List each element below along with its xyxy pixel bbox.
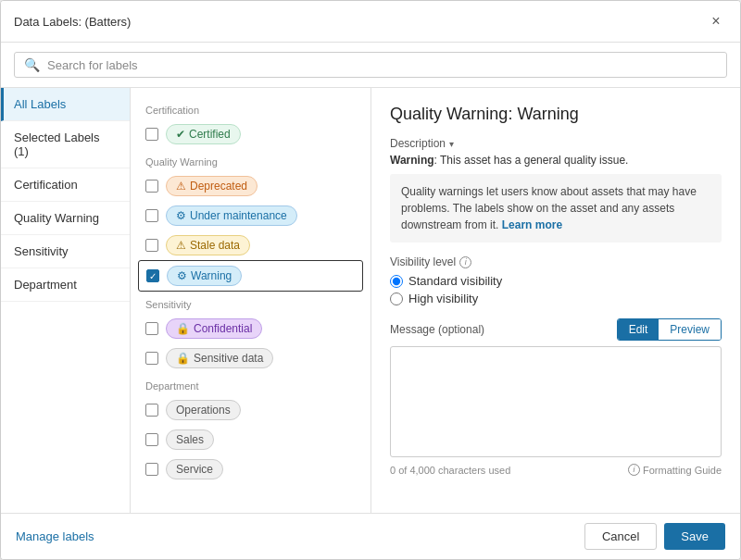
checkbox-stale-data[interactable] (145, 239, 158, 252)
checkbox-certified[interactable] (145, 128, 158, 141)
body: All Labels Selected Labels (1) Certifica… (1, 88, 740, 513)
formatting-guide-link[interactable]: i Formatting Guide (628, 464, 722, 476)
message-section: Message (optional) Edit Preview 0 of 4,0… (390, 318, 722, 476)
label-list: Certification ✔ Certified Quality Warnin… (131, 88, 371, 513)
sidebar-item-department[interactable]: Department (1, 268, 130, 302)
badge-warning: ⚙ Warning (167, 266, 242, 286)
certified-icon: ✔ (176, 128, 185, 141)
visibility-label-text: Visibility level (390, 255, 456, 268)
badge-operations: Operations (166, 400, 241, 420)
description-header[interactable]: Description ▾ (390, 137, 722, 150)
deprecated-icon: ⚠ (176, 180, 186, 193)
list-item[interactable]: Sales (131, 425, 370, 454)
list-item[interactable]: Service (131, 454, 370, 484)
maintenance-icon: ⚙ (176, 209, 186, 222)
chevron-down-icon: ▾ (449, 139, 454, 149)
char-count: 0 of 4,000 characters used (390, 465, 510, 476)
sidebar-item-selected-labels[interactable]: Selected Labels (1) (1, 121, 130, 168)
sidebar-item-all-labels[interactable]: All Labels (1, 88, 130, 121)
radio-high[interactable]: High visibility (390, 292, 722, 305)
group-title-quality-warning: Quality Warning (131, 149, 370, 171)
dialog-title: Data Labels: (Batters) (14, 15, 131, 29)
group-title-sensitivity: Sensitivity (131, 292, 370, 314)
close-button[interactable]: × (705, 10, 727, 32)
detail-title: Quality Warning: Warning (390, 105, 722, 124)
list-item-warning[interactable]: ✓ ⚙ Warning (138, 260, 363, 292)
badge-certified: ✔ Certified (166, 124, 241, 144)
tab-edit[interactable]: Edit (618, 319, 659, 340)
message-footer: 0 of 4,000 characters used i Formatting … (390, 464, 722, 476)
visibility-radio-group: Standard visibility High visibility (390, 274, 722, 305)
radio-high-label: High visibility (408, 292, 478, 305)
confid-icon: 🔒 (176, 322, 190, 335)
list-item[interactable]: Operations (131, 395, 370, 425)
save-button[interactable]: Save (664, 523, 725, 550)
description-label: Description (390, 137, 446, 150)
checkbox-service[interactable] (145, 463, 158, 476)
badge-under-maintenance: ⚙ Under maintenance (166, 205, 297, 226)
visibility-label: Visibility level i (390, 255, 722, 268)
list-item[interactable]: ⚙ Under maintenance (131, 201, 370, 230)
detail-pane: Quality Warning: Warning Description ▾ W… (371, 88, 740, 513)
checkbox-deprecated[interactable] (145, 180, 158, 193)
message-textarea[interactable] (390, 346, 722, 457)
radio-standard-input[interactable] (390, 275, 403, 288)
dialog-container: Data Labels: (Batters) × 🔍 All Labels Se… (0, 0, 741, 560)
stale-icon: ⚠ (176, 239, 186, 252)
manage-labels-link[interactable]: Manage labels (16, 529, 94, 543)
badge-service: Service (166, 459, 223, 479)
radio-high-input[interactable] (390, 292, 403, 305)
list-item[interactable]: 🔒 Confidential (131, 314, 370, 343)
list-item[interactable]: ✔ Certified (131, 119, 370, 149)
description-section: Description ▾ Warning: This asset has a … (390, 137, 722, 243)
checkbox-confid[interactable] (145, 322, 158, 335)
checkbox-sales[interactable] (145, 433, 158, 446)
sidebar-item-sensitivity[interactable]: Sensitivity (1, 235, 130, 268)
visibility-section: Visibility level i Standard visibility H… (390, 255, 722, 305)
detail-warning-text: Warning: This asset has a general qualit… (390, 154, 722, 167)
message-label: Message (optional) (390, 323, 484, 336)
info-icon: i (459, 256, 471, 268)
sensitive-icon: 🔒 (176, 352, 190, 365)
dialog-footer: Manage labels Cancel Save (1, 513, 740, 559)
search-bar: 🔍 (1, 43, 740, 88)
tab-preview[interactable]: Preview (659, 319, 721, 340)
badge-sensitive: 🔒 Sensitive data (166, 348, 273, 368)
list-item[interactable]: ⚠ Deprecated (131, 171, 370, 201)
sidebar: All Labels Selected Labels (1) Certifica… (1, 88, 131, 513)
warning-prefix: Warning (390, 154, 434, 167)
group-title-department: Department (131, 373, 370, 395)
footer-buttons: Cancel Save (584, 523, 725, 550)
badge-confid: 🔒 Confidential (166, 318, 262, 339)
info-box: Quality warnings let users know about as… (390, 174, 722, 243)
badge-sales: Sales (166, 429, 214, 450)
cancel-button[interactable]: Cancel (584, 523, 657, 550)
tab-group: Edit Preview (617, 318, 722, 341)
sidebar-item-certification[interactable]: Certification (1, 168, 130, 202)
badge-deprecated: ⚠ Deprecated (166, 176, 257, 196)
list-item[interactable]: ⚠ Stale data (131, 230, 370, 260)
sidebar-item-quality-warning[interactable]: Quality Warning (1, 202, 130, 235)
radio-standard-label: Standard visibility (408, 274, 502, 288)
list-item[interactable]: 🔒 Sensitive data (131, 343, 370, 373)
search-input[interactable] (47, 58, 717, 72)
search-icon: 🔍 (24, 57, 40, 72)
badge-stale-data: ⚠ Stale data (166, 235, 250, 255)
dialog-header: Data Labels: (Batters) × (1, 1, 740, 43)
warning-body: : This asset has a general quality issue… (434, 154, 629, 167)
search-input-wrap: 🔍 (14, 52, 727, 78)
group-title-certification: Certification (131, 97, 370, 119)
checkbox-under-maintenance[interactable] (145, 209, 158, 222)
checkbox-sensitive[interactable] (145, 352, 158, 365)
formatting-info-icon: i (628, 464, 640, 476)
warning-icon: ⚙ (177, 269, 187, 282)
learn-more-link[interactable]: Learn more (502, 218, 562, 231)
checkbox-operations[interactable] (145, 404, 158, 417)
checkbox-warning[interactable]: ✓ (146, 269, 159, 282)
radio-standard[interactable]: Standard visibility (390, 274, 722, 288)
message-header: Message (optional) Edit Preview (390, 318, 722, 341)
formatting-guide-label: Formatting Guide (643, 465, 722, 476)
